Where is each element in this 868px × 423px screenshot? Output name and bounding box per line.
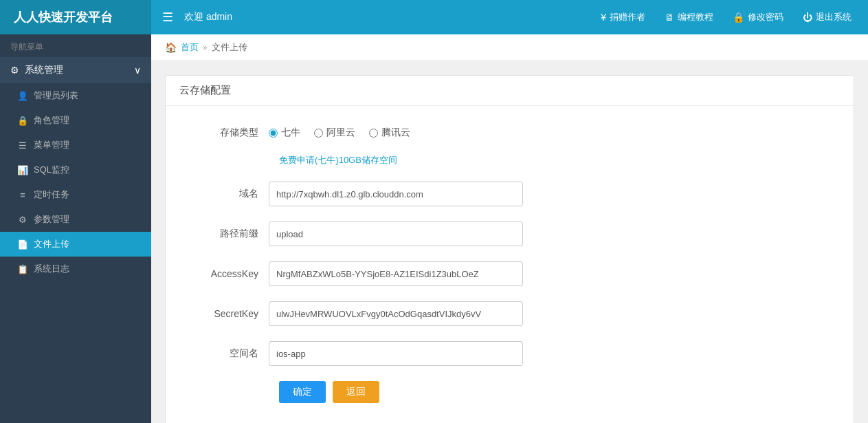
logout-label: 退出系统: [816, 11, 852, 23]
free-apply-link[interactable]: 免费申请(七牛)10GB储存空间: [279, 155, 397, 165]
sidebar-item-label: SQL监控: [34, 164, 69, 176]
hamburger-button[interactable]: ☰: [151, 10, 184, 25]
radio-aliyun-input[interactable]: [314, 129, 323, 138]
sidebar-item-label: 菜单管理: [34, 139, 69, 151]
breadcrumb-current: 文件上传: [212, 41, 247, 54]
change-password-label: 修改密码: [748, 11, 783, 23]
donate-action[interactable]: ¥ 捐赠作者: [591, 11, 655, 23]
person-icon: 👤: [17, 91, 28, 101]
home-icon: 🏠: [165, 42, 177, 53]
secret-key-label: SecretKey: [186, 308, 269, 319]
card-title: 云存储配置: [166, 76, 854, 106]
content-area: 🏠 首页 » 文件上传 云存储配置 存储类型 七牛: [151, 34, 868, 423]
sidebar-item-label: 系统日志: [34, 263, 69, 275]
breadcrumb-home-label[interactable]: 首页: [181, 41, 199, 54]
sidebar-item-file-upload[interactable]: 📄 文件上传: [0, 232, 151, 257]
radio-tencent-label: 腾讯云: [381, 127, 410, 139]
sidebar-item-sys-log[interactable]: 📋 系统日志: [0, 257, 151, 281]
breadcrumb-separator: »: [203, 43, 208, 52]
back-button[interactable]: 返回: [333, 381, 379, 403]
radio-qiniu[interactable]: 七牛: [269, 127, 300, 139]
logout-icon: ⏻: [803, 12, 812, 23]
sidebar-item-menu-mgmt[interactable]: ☰ 菜单管理: [0, 133, 151, 158]
tutorial-action[interactable]: 🖥 编程教程: [655, 11, 723, 23]
task-icon: ≡: [17, 190, 28, 200]
access-key-input[interactable]: [269, 261, 523, 286]
chevron-down-icon: ∨: [134, 65, 141, 76]
access-key-row: AccessKey: [186, 261, 833, 286]
namespace-row: 空间名: [186, 341, 833, 366]
sql-icon: 📊: [17, 165, 28, 175]
sidebar: 导航菜单 ⚙ 系统管理 ∨ 👤 管理员列表 🔒 角色管理 ☰ 菜单管理: [0, 34, 151, 423]
lock-icon: 🔒: [733, 12, 744, 23]
sidebar-item-role-mgmt[interactable]: 🔒 角色管理: [0, 108, 151, 133]
role-icon: 🔒: [17, 116, 28, 126]
brand-text: 人人快速开发平台: [14, 9, 113, 25]
sidebar-group-system: ⚙ 系统管理 ∨ 👤 管理员列表 🔒 角色管理 ☰ 菜单管理 📊 SQL监控: [0, 57, 151, 281]
donate-label: 捐赠作者: [610, 11, 645, 23]
confirm-button[interactable]: 确定: [279, 381, 326, 403]
log-icon: 📋: [17, 264, 28, 274]
cloud-storage-card: 云存储配置 存储类型 七牛 阿里云: [165, 75, 854, 423]
gear-icon: ⚙: [10, 65, 19, 76]
radio-tencent-input[interactable]: [369, 129, 378, 138]
path-prefix-label: 路径前缀: [186, 228, 269, 240]
storage-type-radios: 七牛 阿里云 腾讯云: [269, 127, 410, 139]
storage-type-label: 存储类型: [186, 127, 269, 139]
sidebar-item-admin-list[interactable]: 👤 管理员列表: [0, 83, 151, 108]
logout-action[interactable]: ⏻ 退出系统: [793, 11, 861, 23]
donate-icon: ¥: [601, 12, 606, 23]
secret-key-row: SecretKey: [186, 301, 833, 326]
namespace-label: 空间名: [186, 347, 269, 360]
radio-qiniu-input[interactable]: [269, 129, 278, 138]
domain-row: 域名: [186, 182, 833, 206]
free-apply-row: 免费申请(七牛)10GB储存空间: [186, 154, 833, 166]
welcome-text: 欢迎 admin: [184, 11, 232, 23]
card-body: 存储类型 七牛 阿里云 腾讯云: [166, 106, 854, 423]
sidebar-item-sql-monitor[interactable]: 📊 SQL监控: [0, 158, 151, 182]
secret-key-input[interactable]: [269, 301, 523, 326]
brand-title: 人人快速开发平台: [0, 0, 151, 34]
radio-aliyun[interactable]: 阿里云: [314, 127, 355, 139]
radio-tencent[interactable]: 腾讯云: [369, 127, 410, 139]
tutorial-icon: 🖥: [665, 12, 674, 23]
param-icon: ⚙: [17, 215, 28, 225]
path-prefix-row: 路径前缀: [186, 221, 833, 246]
sidebar-item-param-mgmt[interactable]: ⚙ 参数管理: [0, 207, 151, 232]
file-icon: 📄: [17, 239, 28, 250]
header-actions: ¥ 捐赠作者 🖥 编程教程 🔒 修改密码 ⏻ 退出系统: [591, 11, 868, 23]
change-password-action[interactable]: 🔒 修改密码: [723, 11, 793, 23]
form-buttons: 确定 返回: [186, 381, 833, 403]
domain-input[interactable]: [269, 182, 523, 206]
group-header-left: ⚙ 系统管理: [10, 64, 63, 76]
radio-aliyun-label: 阿里云: [326, 127, 355, 139]
sidebar-item-label: 角色管理: [34, 114, 69, 127]
main-layout: 导航菜单 ⚙ 系统管理 ∨ 👤 管理员列表 🔒 角色管理 ☰ 菜单管理: [0, 34, 868, 423]
sidebar-item-label: 参数管理: [34, 213, 69, 226]
sidebar-item-label: 文件上传: [34, 238, 69, 250]
group-label: 系统管理: [25, 64, 63, 76]
access-key-label: AccessKey: [186, 268, 269, 279]
storage-type-row: 存储类型 七牛 阿里云 腾讯云: [186, 127, 833, 139]
radio-qiniu-label: 七牛: [281, 127, 300, 139]
header-left: 人人快速开发平台 ☰ 欢迎 admin: [0, 0, 232, 34]
menu-icon: ☰: [17, 140, 28, 151]
sidebar-group-header[interactable]: ⚙ 系统管理 ∨: [0, 57, 151, 83]
sidebar-item-label: 管理员列表: [34, 89, 78, 102]
breadcrumb: 🏠 首页 » 文件上传: [151, 34, 868, 61]
nav-label: 导航菜单: [0, 34, 151, 57]
domain-label: 域名: [186, 188, 269, 200]
sidebar-item-scheduled-task[interactable]: ≡ 定时任务: [0, 182, 151, 207]
namespace-input[interactable]: [269, 341, 523, 366]
tutorial-label: 编程教程: [678, 11, 713, 23]
top-header: 人人快速开发平台 ☰ 欢迎 admin ¥ 捐赠作者 🖥 编程教程 🔒 修改密码…: [0, 0, 868, 34]
sidebar-item-label: 定时任务: [34, 188, 69, 201]
path-prefix-input[interactable]: [269, 221, 523, 246]
